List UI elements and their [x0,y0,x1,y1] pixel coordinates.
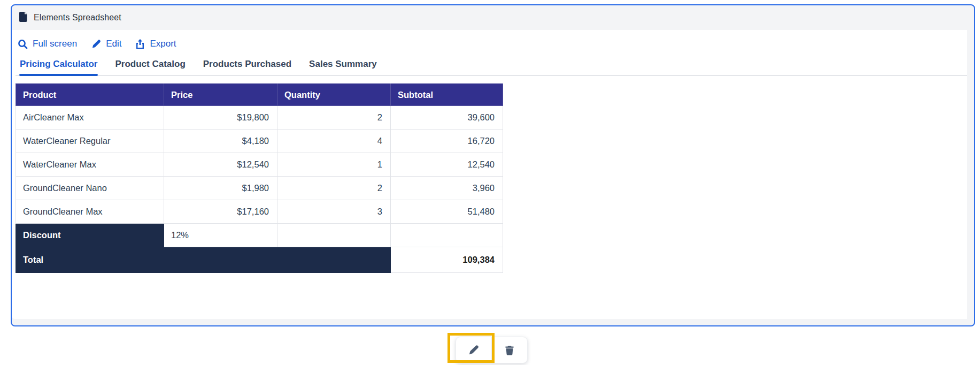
discount-label-cell: Discount [16,224,164,247]
product-cell: WaterCleaner Regular [16,130,164,153]
edit-link-label: Edit [106,39,121,49]
subtotal-cell: 39,600 [391,106,503,130]
product-cell: GroundCleaner Max [16,200,164,224]
column-header-subtotal: Subtotal [391,84,503,106]
widget-title: Elements Spreadsheet [34,13,121,22]
edit-widget-button[interactable] [456,337,491,363]
table-row: AirCleaner Max $19,800 2 39,600 [16,106,503,130]
discount-row: Discount 12% [16,224,503,247]
subtotal-cell: 3,960 [391,177,503,200]
column-header-product: Product [16,84,164,106]
total-value-cell: 109,384 [391,247,503,273]
delete-widget-button[interactable] [491,337,527,363]
quantity-cell: 1 [277,153,391,177]
column-header-price: Price [164,84,277,106]
empty-cell [391,224,503,247]
trash-icon [504,345,515,356]
subtotal-cell: 12,540 [391,153,503,177]
tab-product-catalog[interactable]: Product Catalog [114,57,186,75]
table-row: GroundCleaner Nano $1,980 2 3,960 [16,177,503,200]
price-cell: $1,980 [164,177,277,200]
page: Elements Spreadsheet Full screen [0,0,980,365]
tab-sales-summary[interactable]: Sales Summary [308,57,377,75]
total-label-cell: Total [16,247,391,273]
price-cell: $19,800 [164,106,277,130]
table-row: GroundCleaner Max $17,160 3 51,480 [16,200,503,224]
widget-header: Elements Spreadsheet [12,5,974,30]
pencil-icon [91,39,101,49]
pricing-table: Product Price Quantity Subtotal AirClean… [16,83,503,273]
table-row: WaterCleaner Regular $4,180 4 16,720 [16,130,503,153]
total-row: Total 109,384 [16,247,503,273]
tab-bar: Pricing Calculator Product Catalog Produ… [16,57,967,76]
pencil-icon [468,344,480,356]
price-cell: $12,540 [164,153,277,177]
price-cell: $4,180 [164,130,277,153]
full-screen-button[interactable]: Full screen [18,39,77,49]
product-cell: GroundCleaner Nano [16,177,164,200]
full-screen-label: Full screen [33,39,77,49]
spreadsheet-widget: Elements Spreadsheet Full screen [11,4,975,326]
tab-pricing-calculator[interactable]: Pricing Calculator [19,57,98,75]
table-row: WaterCleaner Max $12,540 1 12,540 [16,153,503,177]
export-icon [135,39,145,49]
subtotal-cell: 51,480 [391,200,503,224]
quantity-cell: 3 [277,200,391,224]
empty-cell [277,224,391,247]
magnifier-icon [18,39,28,49]
quantity-cell: 2 [277,177,391,200]
column-header-quantity: Quantity [277,84,391,106]
table-header-row: Product Price Quantity Subtotal [16,84,503,106]
tab-products-purchased[interactable]: Products Purchased [203,57,292,75]
discount-value-cell: 12% [164,224,277,247]
export-button[interactable]: Export [135,39,176,49]
product-cell: AirCleaner Max [16,106,164,130]
price-cell: $17,160 [164,200,277,224]
export-label: Export [150,39,176,49]
quantity-cell: 4 [277,130,391,153]
widget-toolbar: Full screen Edit [16,34,967,54]
document-icon [19,11,28,25]
product-cell: WaterCleaner Max [16,153,164,177]
widget-body: Full screen Edit [12,30,967,319]
subtotal-cell: 16,720 [391,130,503,153]
quantity-cell: 2 [277,106,391,130]
widget-action-bar [456,337,528,363]
edit-link-button[interactable]: Edit [91,39,121,49]
